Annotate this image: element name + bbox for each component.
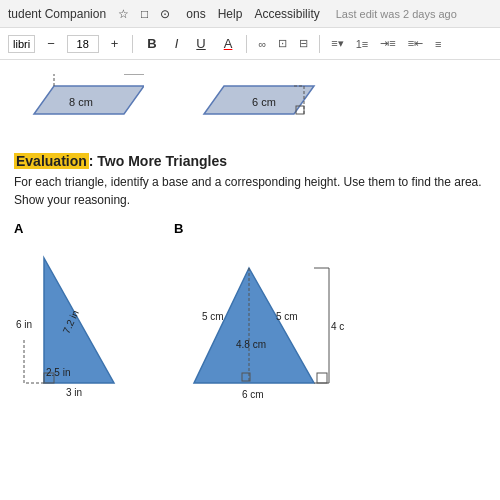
linespace-button[interactable]: 1≡ [353, 36, 372, 52]
eval-highlight: Evaluation [14, 153, 89, 169]
divider3 [319, 35, 320, 53]
triangles-row: A 7.2 in 6 in 2.5 in [14, 221, 486, 401]
triangle-b-svg: 5 cm 5 cm 4 cm 4.8 cm 6 cm [174, 238, 344, 398]
evaluation-title: Evaluation: Two More Triangles [14, 153, 486, 169]
menu-accessibility[interactable]: Accessibility [254, 7, 319, 21]
content-area: 8 cm 6 cm Evaluation: Two More Triangles… [0, 60, 500, 500]
minus-button[interactable]: − [41, 33, 61, 54]
more-button[interactable]: ≡ [432, 36, 444, 52]
infinity-button[interactable]: ∞ [255, 36, 269, 52]
bold-button[interactable]: B [141, 33, 162, 54]
b-base-label: 6 cm [242, 389, 264, 398]
a-base-label: 3 in [66, 387, 82, 398]
triangle-a-label: A [14, 221, 144, 236]
eval-instructions: For each triangle, identify a base and a… [14, 173, 486, 191]
evaluation-section: Evaluation: Two More Triangles For each … [14, 153, 486, 401]
triangle-b-container: B 5 cm 5 cm 4 cm [174, 221, 344, 401]
app-title: tudent Companion [8, 7, 106, 21]
right-shape: 6 cm [184, 74, 334, 129]
b-height-label: 4 cm [331, 321, 344, 332]
font-color-button[interactable]: A [218, 33, 239, 54]
b-left-label: 5 cm [202, 311, 224, 322]
box1-button[interactable]: ⊡ [275, 35, 290, 52]
indent1-button[interactable]: ⇥≡ [377, 35, 398, 52]
b-right-label: 5 cm [276, 311, 298, 322]
svg-marker-7 [44, 258, 114, 383]
menu-help[interactable]: Help [218, 7, 243, 21]
font-size[interactable]: 18 [67, 35, 99, 53]
indent2-button[interactable]: ≡⇤ [405, 35, 426, 52]
eval-show: Show your reasoning. [14, 193, 486, 207]
divider1 [132, 35, 133, 53]
triangle-a-container: A 7.2 in 6 in 2.5 in [14, 221, 144, 401]
menu-ons[interactable]: ons [186, 7, 205, 21]
top-bar: tudent Companion ☆ □ ⊙ ons Help Accessib… [0, 0, 500, 28]
shapes-row: 8 cm 6 cm [14, 70, 486, 137]
underline-button[interactable]: U [190, 33, 211, 54]
b-inner-label: 4.8 cm [236, 339, 266, 350]
right-shape-label: 6 cm [252, 96, 276, 108]
svg-rect-15 [317, 373, 327, 383]
box2-button[interactable]: ⊟ [296, 35, 311, 52]
eval-title-rest: : Two More Triangles [89, 153, 227, 169]
left-shape: 8 cm [14, 74, 144, 129]
a-25-label: 2.5 in [46, 367, 70, 378]
align-button[interactable]: ≡▾ [328, 35, 346, 52]
bookmark-icon[interactable]: □ [141, 7, 148, 21]
a-side-label: 6 in [16, 319, 32, 330]
toolbar: libri − 18 + B I U A ∞ ⊡ ⊟ ≡▾ 1≡ ⇥≡ ≡⇤ ≡ [0, 28, 500, 60]
last-edit: Last edit was 2 days ago [336, 8, 457, 20]
svg-marker-11 [194, 268, 314, 383]
right-parallelogram-svg: 6 cm [184, 74, 334, 126]
italic-button[interactable]: I [169, 33, 185, 54]
plus-button[interactable]: + [105, 33, 125, 54]
share-icon[interactable]: ⊙ [160, 7, 170, 21]
left-shape-label: 8 cm [69, 96, 93, 108]
triangle-b-label: B [174, 221, 344, 236]
left-parallelogram-svg: 8 cm [14, 74, 144, 126]
star-icon[interactable]: ☆ [118, 7, 129, 21]
triangle-a-svg: 7.2 in 6 in 2.5 in 3 in [14, 238, 144, 398]
font-selector[interactable]: libri [8, 35, 35, 53]
divider2 [246, 35, 247, 53]
